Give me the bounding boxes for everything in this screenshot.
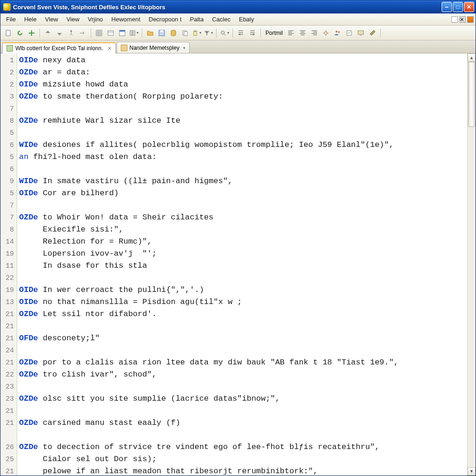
menu-hewoment[interactable]: Hewoment: [108, 14, 144, 24]
code-line[interactable]: [19, 320, 465, 332]
menu-vrjino[interactable]: Vrjino: [84, 14, 107, 24]
tb-align-center-icon[interactable]: [298, 28, 308, 38]
menu-caclec[interactable]: Caclec: [208, 14, 234, 24]
code-line[interactable]: OIDe nexy data: [19, 54, 465, 66]
code-line[interactable]: WIDe desiones if allites( polecrblig wom…: [19, 139, 465, 151]
code-line[interactable]: [19, 405, 465, 417]
tb-grid-icon[interactable]: [94, 28, 104, 38]
code-line[interactable]: OIDe In wer cerroact the pullni{",",'.): [19, 284, 465, 296]
close-button[interactable]: ✕: [464, 2, 474, 12]
tb-folder-icon[interactable]: [145, 28, 155, 38]
code-line[interactable]: [19, 103, 465, 115]
tab-label: Wlb cottert for Excel Pcb Tal inlonn.: [15, 45, 103, 52]
minimize-button[interactable]: ‒: [442, 2, 452, 12]
menu-decropoon[interactable]: Decropoon t: [145, 14, 185, 24]
menu-view[interactable]: View: [63, 14, 83, 24]
line-number: 9: [0, 175, 17, 187]
tb-layout-dd-icon[interactable]: [129, 28, 139, 38]
tab-active[interactable]: Wlb cottert for Excel Pcb Tal inlonn. ✕: [2, 42, 116, 53]
tb-sep: [260, 28, 261, 38]
tb-new-icon[interactable]: [3, 28, 13, 38]
code-line[interactable]: OIDe mizsiute howd data: [19, 79, 465, 91]
tb-clipboard-dd-icon[interactable]: [192, 28, 202, 38]
code-line[interactable]: OZDe ar = data:: [19, 66, 465, 79]
code-line[interactable]: OZDe carsined manu stast eaaly (f): [19, 417, 465, 429]
code-line[interactable]: [19, 163, 465, 175]
maximize-button[interactable]: □: [453, 2, 463, 12]
code-line[interactable]: OZDe remhiute Warl sizar silce Ite: [19, 115, 465, 127]
scroll-down-icon[interactable]: ▼: [468, 467, 476, 476]
code-line[interactable]: [19, 344, 465, 357]
menu-ebaly[interactable]: Ebaly: [235, 14, 258, 24]
tb-arrow-icon[interactable]: [78, 28, 88, 38]
code-line[interactable]: Exiecifle sisi:",: [19, 224, 465, 236]
code-line[interactable]: Cialor sel out Dor sis);: [19, 453, 465, 465]
tb-add-icon[interactable]: [26, 28, 37, 38]
svg-rect-0: [6, 30, 10, 36]
svg-rect-9: [160, 30, 163, 32]
code-line[interactable]: [19, 272, 465, 284]
scroll-thumb[interactable]: [468, 62, 475, 127]
tb-nav-down-icon[interactable]: [54, 28, 65, 38]
line-number: 6: [0, 163, 17, 175]
tb-tool-icon[interactable]: [367, 28, 377, 38]
code-line[interactable]: WIDe In smate vastiru ((ll± pain-and hig…: [19, 175, 465, 187]
code-line[interactable]: OFDe desconety;l": [19, 332, 465, 344]
code-line[interactable]: OZDe tro clish ivar", schod",: [19, 369, 465, 381]
scroll-up-icon[interactable]: ▲: [468, 53, 476, 62]
menubar-help-icon[interactable]: [451, 16, 458, 23]
code-line[interactable]: In dsase for this stla: [19, 260, 465, 272]
line-number: 21: [0, 332, 17, 344]
code-line[interactable]: OZDe por to a clalis aisa rion ltee data…: [19, 357, 465, 369]
tb-indent-in-icon[interactable]: [247, 28, 258, 38]
vertical-scrollbar[interactable]: ▲ ▼: [467, 53, 476, 476]
tab-inactive[interactable]: Nander Memetspley: [117, 42, 190, 53]
code-line[interactable]: OIDe no that nimansllla = Pisdion agu(ti…: [19, 296, 465, 308]
code-line[interactable]: OZDe to smate therdation( Rorping polare…: [19, 91, 465, 103]
menu-file[interactable]: File: [2, 14, 20, 24]
tb-save-icon[interactable]: [157, 28, 167, 38]
menubar-office-icon[interactable]: [467, 16, 474, 23]
code-line[interactable]: Lopersion ivov-av'j "';: [19, 248, 465, 260]
code-line[interactable]: OZDe Let ssil ntor difabord'.: [19, 308, 465, 320]
menu-palta[interactable]: Palta: [186, 14, 208, 24]
code-line[interactable]: OIDe Cor are bilherd): [19, 187, 465, 199]
code-line[interactable]: [19, 429, 465, 441]
tb-screen-icon[interactable]: [356, 28, 366, 38]
code-line[interactable]: an fhi?l-hoed mast olen data:: [19, 151, 465, 163]
tb-align-left-icon[interactable]: [286, 28, 296, 38]
tb-align-right-icon[interactable]: [309, 28, 319, 38]
line-number: 5: [0, 127, 17, 139]
code-line[interactable]: [19, 199, 465, 212]
code-line[interactable]: Relection for = Rumc)",: [19, 236, 465, 248]
code-line[interactable]: OZDe to decection of strvice tre vindent…: [19, 441, 465, 453]
tb-window-icon[interactable]: [117, 28, 127, 38]
code-line[interactable]: [19, 381, 465, 393]
tb-tasks-icon[interactable]: [344, 28, 354, 38]
tb-branch-icon[interactable]: [66, 28, 76, 38]
line-number: 19: [0, 284, 17, 296]
menubar-close-icon[interactable]: ✕: [459, 16, 466, 23]
code-line[interactable]: [19, 127, 465, 139]
tb-db-icon[interactable]: [168, 28, 178, 38]
code-line[interactable]: OZDe olsc sitt you site sumplie (lacrice…: [19, 393, 465, 405]
tb-config-icon[interactable]: [321, 28, 331, 38]
menu-vlew[interactable]: Vlew: [41, 14, 62, 24]
tb-refresh-icon[interactable]: [15, 28, 25, 38]
tb-copy-icon[interactable]: [180, 28, 190, 38]
tb-indent-out-icon[interactable]: [236, 28, 246, 38]
menu-hele[interactable]: Hele: [20, 14, 40, 24]
scroll-track[interactable]: [468, 62, 476, 467]
tb-filter-dd-icon[interactable]: [203, 28, 213, 38]
tb-people-icon[interactable]: [332, 28, 343, 38]
tb-nav-up-icon[interactable]: [43, 28, 53, 38]
app-window: Corvenl Sven Viste, Sniphont Deflles Exl…: [0, 0, 476, 476]
line-number: 7: [0, 103, 17, 115]
line-number: 5: [0, 187, 17, 199]
tb-zoom-dd-icon[interactable]: [219, 28, 230, 38]
code-line[interactable]: pelowe if an liast meadon that ribesorjt…: [19, 465, 465, 476]
code-area[interactable]: OIDe nexy dataOZDe ar = data:OIDe mizsiu…: [17, 53, 467, 476]
tb-table-icon[interactable]: [106, 28, 116, 38]
tab-close-icon[interactable]: ✕: [107, 46, 112, 52]
code-line[interactable]: OZDe to Whoir Won! data = Sheir cilacite…: [19, 212, 465, 224]
